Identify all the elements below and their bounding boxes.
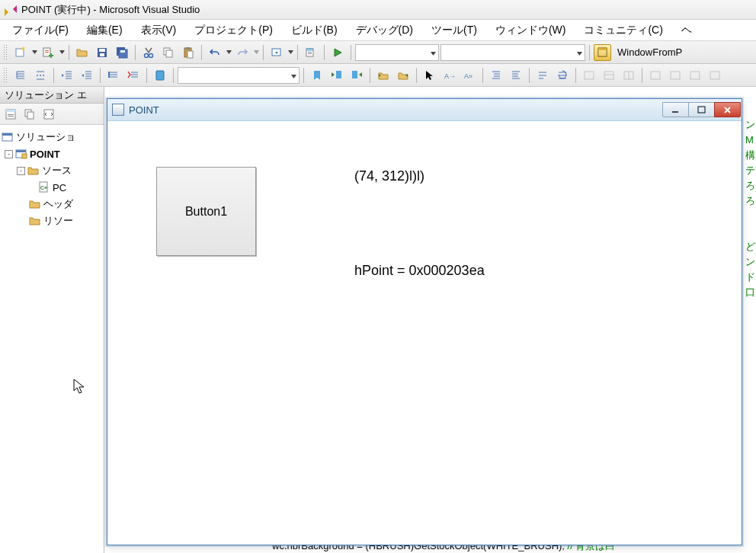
save-all-button[interactable]	[113, 43, 131, 62]
windowfrompoint-label: WindowFromP	[617, 46, 682, 58]
svg-text:C+: C+	[40, 185, 47, 190]
open-button[interactable]	[73, 43, 91, 62]
solution-explorer: ソリューション エ ソリューショ -	[0, 87, 104, 553]
prev-bookmark-folder-button[interactable]	[374, 66, 392, 85]
menu-tools[interactable]: ツール(T)	[424, 21, 485, 40]
box-2-button[interactable]	[600, 66, 618, 85]
box-3-button[interactable]	[620, 66, 638, 85]
svg-rect-41	[6, 110, 15, 112]
svg-rect-39	[710, 72, 719, 79]
indent-block-button[interactable]	[487, 66, 505, 85]
solution-config-combo[interactable]	[355, 44, 439, 61]
menu-build[interactable]: ビルド(B)	[284, 21, 345, 40]
menu-view[interactable]: 表示(V)	[133, 21, 184, 40]
copy-button[interactable]	[159, 43, 178, 62]
find-next-button[interactable]: A»	[460, 66, 479, 85]
indent-guides-button[interactable]	[11, 66, 30, 85]
tree-solution-row[interactable]: ソリューショ	[2, 129, 102, 145]
svg-rect-42	[8, 114, 14, 115]
svg-rect-9	[120, 50, 125, 53]
box-7-button[interactable]	[706, 66, 724, 85]
menu-project[interactable]: プロジェクト(P)	[187, 21, 280, 40]
new-project-button[interactable]	[11, 43, 30, 62]
toolbar-handle[interactable]	[3, 67, 8, 84]
svg-rect-19	[308, 52, 312, 53]
solution-icon	[2, 131, 14, 143]
next-bookmark-button[interactable]	[348, 66, 366, 85]
svg-rect-34	[604, 72, 613, 79]
undo-button[interactable]	[206, 43, 224, 62]
add-item-dropdown[interactable]	[59, 43, 65, 62]
point-client-area[interactable]: Button1 (74, 312)l)l) hPoint = 0x000203e…	[107, 121, 742, 545]
outdent-block-button[interactable]	[507, 66, 525, 85]
new-project-dropdown[interactable]	[31, 43, 37, 62]
minimize-button[interactable]	[662, 102, 689, 117]
redo-dropdown[interactable]	[253, 43, 259, 62]
box-5-button[interactable]	[666, 66, 684, 85]
properties-button[interactable]	[3, 107, 18, 122]
navigate-button[interactable]	[267, 43, 286, 62]
svg-rect-54	[672, 111, 678, 113]
prev-bookmark-button[interactable]	[328, 66, 346, 85]
paste-button[interactable]	[179, 43, 197, 62]
maximize-button[interactable]	[688, 102, 715, 117]
toggle-bookmark-button[interactable]	[308, 66, 326, 85]
whitespace-button[interactable]	[31, 66, 50, 85]
tree-resources-label: リソー	[43, 214, 73, 228]
close-button[interactable]	[714, 102, 741, 117]
next-bookmark-folder-button[interactable]	[394, 66, 412, 85]
svg-rect-33	[585, 72, 594, 79]
button1[interactable]: Button1	[156, 167, 256, 256]
toolbar-text: A→ A»	[0, 64, 756, 87]
solution-platform-combo[interactable]	[440, 44, 585, 61]
navigate-dropdown[interactable]	[287, 43, 293, 62]
find-symbol-button[interactable]: A→	[440, 66, 459, 85]
cursor-select-button[interactable]	[421, 66, 439, 85]
menu-community[interactable]: コミュニティ(C)	[576, 21, 670, 40]
uncomment-button[interactable]	[124, 66, 143, 85]
windowfrompoint-icon[interactable]	[594, 44, 611, 61]
menu-edit[interactable]: 編集(E)	[79, 21, 130, 40]
svg-rect-6	[100, 53, 104, 56]
svg-rect-5	[99, 49, 105, 52]
save-button[interactable]	[93, 43, 111, 62]
undo-dropdown[interactable]	[226, 43, 232, 62]
member-combo[interactable]	[178, 67, 300, 84]
cpp-file-icon: C+	[38, 181, 50, 193]
svg-rect-16	[187, 51, 193, 58]
tree-twisty-icon[interactable]: -	[17, 167, 25, 175]
comment-button[interactable]	[104, 66, 123, 85]
add-item-button[interactable]	[39, 43, 57, 62]
tree-source-row[interactable]: - ソース	[2, 162, 102, 179]
bookmark-toggle-button[interactable]	[151, 66, 169, 85]
increase-indent-button[interactable]	[78, 66, 96, 85]
format-sel-button[interactable]	[533, 66, 552, 85]
tree-twisty-icon[interactable]: -	[5, 150, 13, 158]
undo-format-button[interactable]	[553, 66, 572, 85]
tree-cpp-row[interactable]: C+ PC	[2, 179, 102, 196]
menu-debug[interactable]: デバッグ(D)	[348, 21, 421, 40]
vs-logo-icon	[5, 4, 17, 16]
menu-file[interactable]: ファイル(F)	[5, 21, 76, 40]
tree-headers-row[interactable]: ヘッダ	[2, 196, 102, 213]
title-bar: POINT (実行中) - Microsoft Visual Studio	[0, 0, 756, 20]
point-title-bar[interactable]: POINT	[107, 99, 742, 121]
start-debug-button[interactable]	[328, 43, 347, 62]
box-1-button[interactable]	[580, 66, 598, 85]
tree-project-row[interactable]: - POINT	[2, 145, 102, 162]
show-all-button[interactable]	[22, 107, 37, 122]
box-6-button[interactable]	[686, 66, 704, 85]
menu-help[interactable]: ヘ	[674, 21, 700, 40]
cut-button[interactable]	[139, 43, 158, 62]
toolbar-handle[interactable]	[3, 44, 8, 61]
svg-rect-26	[108, 72, 110, 78]
folder-icon	[27, 165, 40, 177]
point-app-window: POINT Button1 (74, 312)l)l) hPoint = 0x0…	[107, 98, 742, 545]
box-4-button[interactable]	[646, 66, 665, 85]
find-button[interactable]	[302, 43, 320, 62]
decrease-indent-button[interactable]	[58, 66, 76, 85]
redo-button[interactable]	[233, 43, 251, 62]
tree-resources-row[interactable]: リソー	[2, 213, 102, 229]
menu-window[interactable]: ウィンドウ(W)	[488, 21, 574, 40]
view-code-button[interactable]	[41, 107, 56, 122]
